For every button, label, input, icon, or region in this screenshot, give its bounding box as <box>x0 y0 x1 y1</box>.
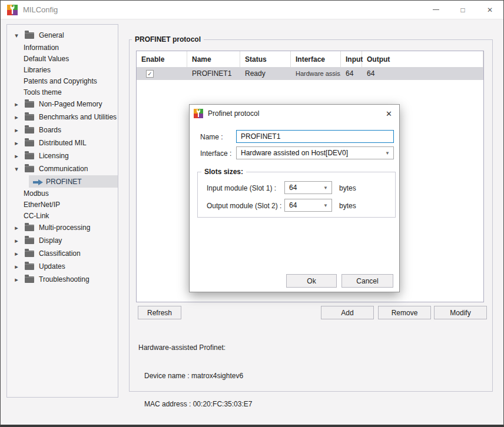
enable-cell: ✓ <box>137 70 187 78</box>
sidebar-item-tools-theme[interactable]: Tools theme <box>7 86 118 98</box>
profinet-info-text: Hardware-assisted Profinet: Device name … <box>138 324 252 427</box>
info-line: Device name : matrox4sightev6 <box>138 371 252 381</box>
expander-icon[interactable]: ▾ <box>13 32 20 39</box>
output-unit-label: bytes <box>339 202 356 210</box>
group-title: PROFINET protocol <box>132 35 204 44</box>
cancel-button[interactable]: Cancel <box>341 274 393 288</box>
folder-icon <box>25 101 34 108</box>
sidebar-item-modbus[interactable]: Modbus <box>7 188 118 199</box>
sidebar-item-licensing[interactable]: ▸ Licensing <box>7 149 118 162</box>
folder-icon <box>25 238 34 244</box>
sidebar-item-non-paged-memory[interactable]: ▸ Non-Paged Memory <box>7 98 118 111</box>
folder-icon <box>25 140 34 146</box>
sidebar-item-classification[interactable]: ▸ Classification <box>7 247 118 260</box>
enable-checkbox[interactable]: ✓ <box>146 70 154 78</box>
folder-icon <box>25 263 34 270</box>
folder-icon <box>25 166 34 172</box>
output-module-dropdown[interactable]: 64 ▼ <box>284 199 332 212</box>
expander-icon[interactable]: ▸ <box>13 127 20 134</box>
minimize-button[interactable] <box>422 1 449 19</box>
sidebar-item-information[interactable]: Information <box>7 42 118 53</box>
output-module-value: 64 <box>289 201 297 209</box>
slots-sizes-group: Slots sizes: Input module (Slot 1) : 64 … <box>197 172 396 218</box>
expander-icon[interactable]: ▸ <box>13 153 20 159</box>
sidebar-item-updates[interactable]: ▸ Updates <box>7 260 118 273</box>
input-module-label: Input module (Slot 1) : <box>207 184 276 192</box>
expander-icon[interactable]: ▸ <box>13 263 20 270</box>
chevron-down-icon: ▼ <box>385 151 390 156</box>
profinet-protocol-dialog: Profinet protocol ✕ Name : Interface : H… <box>189 104 400 292</box>
window-controls: □ ✕ <box>422 1 503 19</box>
sidebar-item-general[interactable]: ▾ General <box>7 29 118 42</box>
sidebar-item-profinet[interactable]: PROFINET <box>29 175 118 188</box>
sidebar-item-distributed-mil[interactable]: ▸ Distributed MIL <box>7 136 118 149</box>
interface-selected-value: Hardware assisted on Host[DEV0] <box>241 149 348 157</box>
output-cell: 64 <box>362 69 483 78</box>
modify-button[interactable]: Modify <box>434 306 487 319</box>
chevron-down-icon: ▼ <box>323 203 328 208</box>
window-title: MILConfig <box>23 5 58 14</box>
input-module-value: 64 <box>289 184 297 192</box>
milconfig-window: MILConfig □ ✕ ▾ General Information Defa… <box>0 0 504 427</box>
name-label: Name : <box>200 133 223 141</box>
table-row[interactable]: ✓ PROFINET1 Ready Hardware assis... 64 6… <box>137 67 483 80</box>
info-line: MAC address : 00:20:FC:35:03:E7 <box>138 399 252 409</box>
sidebar-item-ethernet-ip[interactable]: EtherNet/IP <box>7 199 118 210</box>
dialog-close-icon[interactable]: ✕ <box>386 109 392 118</box>
dialog-title-bar: Profinet protocol ✕ <box>190 105 399 122</box>
expander-icon[interactable]: ▸ <box>13 251 20 257</box>
sidebar-item-patents[interactable]: Patents and Copyrights <box>7 75 118 86</box>
refresh-button[interactable]: Refresh <box>138 306 181 319</box>
output-module-label: Output module (Slot 2) : <box>207 202 281 210</box>
ok-button[interactable]: Ok <box>286 274 337 288</box>
sidebar-item-troubleshooting[interactable]: ▸ Troubleshooting <box>7 273 118 286</box>
sidebar-item-libraries[interactable]: Libraries <box>7 64 118 75</box>
expander-icon[interactable]: ▸ <box>13 101 20 108</box>
folder-icon <box>25 276 34 283</box>
input-cell: 64 <box>341 69 362 78</box>
close-button[interactable]: ✕ <box>476 1 503 19</box>
folder-icon <box>25 251 34 257</box>
input-unit-label: bytes <box>339 184 356 192</box>
app-logo-icon <box>194 109 203 118</box>
sidebar-item-boards[interactable]: ▸ Boards <box>7 124 118 136</box>
col-status: Status <box>240 51 291 67</box>
maximize-button[interactable]: □ <box>449 1 476 19</box>
folder-icon <box>25 32 34 39</box>
chevron-down-icon: ▼ <box>323 185 328 191</box>
folder-icon <box>25 127 34 134</box>
expander-icon[interactable]: ▸ <box>13 276 20 283</box>
interface-dropdown[interactable]: Hardware assisted on Host[DEV0] ▼ <box>236 146 394 159</box>
sidebar-item-cc-link[interactable]: CC-Link <box>7 210 118 221</box>
add-button[interactable]: Add <box>321 306 374 319</box>
slots-sizes-title: Slots sizes: <box>201 168 246 176</box>
expander-icon[interactable]: ▸ <box>13 225 20 231</box>
name-input[interactable] <box>236 130 394 143</box>
remove-button[interactable]: Remove <box>378 306 431 319</box>
info-line: Hardware-assisted Profinet: <box>138 343 252 352</box>
sidebar-item-communication[interactable]: ▾ Communication <box>7 162 118 175</box>
table-header: Enable Name Status Interface Input Outpu… <box>137 51 483 67</box>
sidebar-item-display[interactable]: ▸ Display <box>7 234 118 247</box>
sidebar-item-benchmarks[interactable]: ▸ Benchmarks and Utilities <box>7 111 118 124</box>
expander-icon[interactable]: ▾ <box>13 166 20 172</box>
current-page-arrow-icon <box>33 179 43 185</box>
folder-icon <box>25 114 34 121</box>
title-bar: MILConfig □ ✕ <box>1 1 503 19</box>
app-logo-icon <box>7 5 18 15</box>
interface-label: Interface : <box>200 149 231 158</box>
col-input: Input <box>341 51 362 67</box>
sidebar-item-multi-processing[interactable]: ▸ Multi-processing <box>7 221 118 234</box>
col-interface: Interface <box>291 51 341 67</box>
name-cell: PROFINET1 <box>187 69 240 78</box>
col-output: Output <box>362 51 483 67</box>
expander-icon[interactable]: ▸ <box>13 140 20 146</box>
col-enable: Enable <box>137 51 187 67</box>
folder-icon <box>25 153 34 159</box>
status-cell: Ready <box>240 69 291 78</box>
expander-icon[interactable]: ▸ <box>13 114 20 121</box>
sidebar-item-default-values[interactable]: Default Values <box>7 53 118 64</box>
input-module-dropdown[interactable]: 64 ▼ <box>284 181 332 194</box>
interface-cell: Hardware assis... <box>291 70 341 77</box>
expander-icon[interactable]: ▸ <box>13 238 20 244</box>
